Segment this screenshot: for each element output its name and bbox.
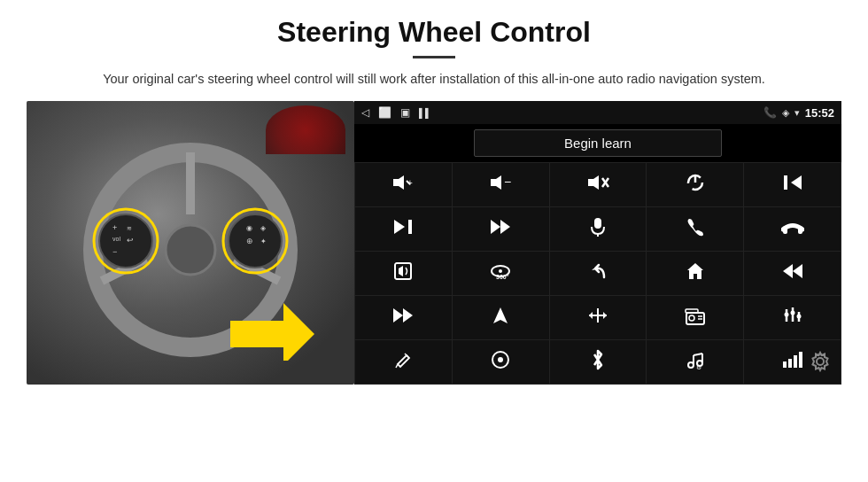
ctrl-circle-dot[interactable] <box>453 340 549 384</box>
ctrl-next-skip[interactable] <box>355 207 452 251</box>
svg-text:360°: 360° <box>496 274 509 280</box>
svg-line-74 <box>694 354 702 355</box>
recent-nav-icon[interactable]: ▣ <box>400 106 410 119</box>
svg-marker-47 <box>783 264 793 278</box>
svg-rect-36 <box>594 218 601 229</box>
svg-text:+: + <box>407 178 413 188</box>
ctrl-microphone[interactable] <box>550 207 647 251</box>
svg-text:⚙: ⚙ <box>696 364 701 369</box>
signal-icon: ▌▌ <box>419 108 431 118</box>
ctrl-edit[interactable] <box>355 340 452 384</box>
page: Steering Wheel Control Your original car… <box>0 0 868 482</box>
svg-marker-41 <box>399 266 403 276</box>
ctrl-equalizer[interactable] <box>744 296 841 339</box>
svg-text:✦: ✦ <box>260 237 267 245</box>
svg-rect-78 <box>794 355 797 368</box>
android-panel: ◁ ⬜ ▣ ▌▌ 📞 ◈ ▾ 15:52 Begin learn <box>354 101 841 385</box>
status-bar: ◁ ⬜ ▣ ▌▌ 📞 ◈ ▾ 15:52 <box>354 101 841 124</box>
ctrl-phone-call[interactable] <box>647 207 743 251</box>
svg-marker-46 <box>793 264 802 278</box>
steering-wheel-svg: + vol − ≋ ↩ ◉ ◈ ⊕ ✦ <box>53 126 328 361</box>
title-divider <box>413 56 455 58</box>
car-image-inner: + vol − ≋ ↩ ◉ ◈ ⊕ ✦ <box>27 101 354 385</box>
ctrl-hang-up[interactable] <box>744 207 841 251</box>
ctrl-back[interactable] <box>550 252 647 295</box>
svg-marker-50 <box>493 307 508 323</box>
ctrl-radio[interactable] <box>647 296 743 339</box>
svg-point-63 <box>784 313 788 317</box>
circle-dot-icon <box>491 350 510 374</box>
svg-marker-52 <box>603 312 607 319</box>
ctrl-mute[interactable] <box>550 163 647 206</box>
radio-icon <box>685 306 706 330</box>
music-icon: ⚙ <box>686 350 705 374</box>
rewind-icon <box>781 262 804 284</box>
next-skip-icon <box>392 218 414 240</box>
controls-grid: + − <box>354 162 841 385</box>
ctrl-bluetooth[interactable] <box>550 340 647 384</box>
svg-marker-45 <box>687 263 703 279</box>
ctrl-power[interactable] <box>647 163 743 206</box>
location-status-icon: ◈ <box>782 107 789 119</box>
speaker-icon <box>393 261 413 285</box>
mute-icon <box>586 174 609 196</box>
svg-text:−: − <box>504 175 511 189</box>
car-image: + vol − ≋ ↩ ◉ ◈ ⊕ ✦ <box>27 101 354 385</box>
ctrl-360[interactable]: 360° <box>453 252 549 295</box>
begin-learn-button[interactable]: Begin learn <box>474 129 722 157</box>
svg-marker-35 <box>500 220 510 234</box>
ctrl-volume-down[interactable]: − <box>453 163 549 206</box>
svg-text:⊕: ⊕ <box>246 237 253 245</box>
svg-marker-53 <box>589 312 593 319</box>
svg-point-65 <box>796 315 801 319</box>
ctrl-music[interactable]: ⚙ <box>647 340 743 384</box>
content-row: + vol − ≋ ↩ ◉ ◈ ⊕ ✦ <box>27 101 841 473</box>
svg-rect-31 <box>784 175 787 190</box>
svg-marker-30 <box>791 175 802 190</box>
svg-marker-32 <box>394 220 405 234</box>
svg-text:+: + <box>112 223 117 232</box>
ctrl-fast-forward[interactable] <box>453 207 549 251</box>
volume-down-icon: − <box>489 174 512 196</box>
dashboard-gauges <box>266 105 345 154</box>
back-nav-icon[interactable]: ◁ <box>361 106 369 119</box>
home-nav-icon[interactable]: ⬜ <box>378 106 391 119</box>
begin-learn-row: Begin learn <box>354 124 841 162</box>
volume-up-icon: + <box>391 174 415 196</box>
ctrl-swap[interactable] <box>550 296 647 339</box>
back-icon <box>588 261 608 285</box>
phone-call-icon <box>686 217 705 241</box>
subtitle: Your original car's steering wheel contr… <box>103 69 765 89</box>
ctrl-home[interactable] <box>647 252 743 295</box>
skip-forward-icon <box>391 307 415 329</box>
microphone-icon <box>590 216 606 242</box>
svg-text:↩: ↩ <box>127 236 134 245</box>
svg-point-4 <box>166 225 215 275</box>
ctrl-rewind[interactable] <box>744 252 841 295</box>
clock: 15:52 <box>805 106 834 120</box>
svg-point-5 <box>99 214 152 268</box>
svg-marker-48 <box>393 308 403 323</box>
svg-text:◉: ◉ <box>246 224 252 232</box>
phone-status-icon: 📞 <box>763 106 777 119</box>
ctrl-prev-track[interactable] <box>744 163 841 206</box>
signal-bars-icon <box>782 351 803 373</box>
wifi-status-icon: ▾ <box>794 107 800 119</box>
svg-line-66 <box>396 364 398 368</box>
svg-point-80 <box>817 358 824 365</box>
svg-marker-23 <box>491 175 501 190</box>
ctrl-skip-forward[interactable] <box>355 296 452 339</box>
power-icon <box>686 173 705 197</box>
ctrl-speaker[interactable] <box>355 252 452 295</box>
ctrl-volume-up[interactable]: + <box>355 163 452 206</box>
ctrl-navigate[interactable] <box>453 296 549 339</box>
svg-rect-77 <box>788 359 792 368</box>
svg-marker-34 <box>491 220 500 234</box>
svg-marker-19 <box>393 175 404 190</box>
status-right: 📞 ◈ ▾ 15:52 <box>763 106 834 120</box>
bluetooth-icon <box>591 349 605 375</box>
svg-rect-59 <box>686 309 698 313</box>
svg-point-64 <box>790 311 794 315</box>
page-title: Steering Wheel Control <box>277 16 591 49</box>
settings-gear-button[interactable] <box>810 351 831 377</box>
